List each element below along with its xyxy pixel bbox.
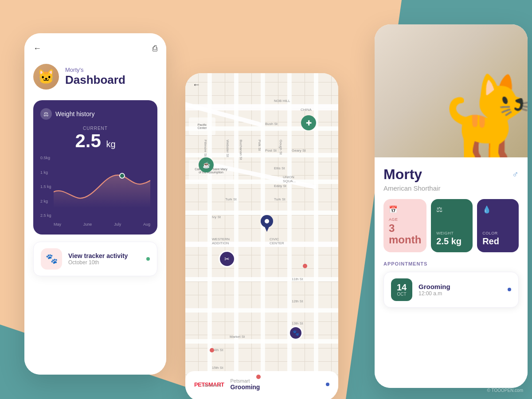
chart-svg: [54, 156, 150, 208]
marker-main-location[interactable]: [261, 215, 273, 234]
chart-y-labels: 2.5 kg 2 kg 1.5 kg 1 kg 0.5kg: [40, 156, 53, 218]
map-container: NOB HILL CHINA Bush St Post St UNIONSQUA…: [185, 73, 338, 399]
red-dot-3: [256, 375, 261, 379]
street-market: Market St: [230, 335, 245, 339]
street-china: CHINA: [301, 108, 312, 112]
street-turk2: Turk St: [225, 197, 236, 201]
store-info: Petsmart Grooming: [231, 378, 260, 391]
street-gough: Gough St: [279, 140, 283, 155]
street-webster: Webster St: [226, 140, 230, 157]
appointment-card[interactable]: 14 OCT Grooming 12:00 a.m: [383, 272, 519, 308]
store-section-title: Petsmart: [231, 378, 260, 383]
stat-age-card: 📅 AGE 3 month: [383, 199, 426, 252]
weight-icon: ⚖: [436, 205, 467, 214]
street-bush: Bush St: [265, 122, 278, 126]
cat-overlay: 🐈: [439, 42, 528, 157]
store-active-dot: [326, 383, 329, 386]
marker-pet-store[interactable]: 🐾: [289, 326, 303, 340]
chart-x-labels: May June July Aug: [54, 222, 150, 227]
store-name: Grooming: [231, 383, 260, 391]
street-turk: Turk St: [274, 197, 285, 201]
svg-point-2: [265, 219, 269, 223]
red-dot-2: [210, 348, 214, 352]
gender-icon: ♂: [512, 169, 519, 180]
svg-marker-3: [264, 226, 270, 232]
street-post: Post St: [265, 149, 277, 153]
appointments-section: APPOINTMENTS 14 OCT Grooming 12:00 a.m: [375, 261, 528, 308]
color-label: COLOR: [482, 231, 513, 235]
weight-card-header: ⚖ Weight history: [40, 108, 150, 120]
color-icon: 💧: [482, 205, 513, 214]
profile-title: Dashboard: [65, 73, 125, 87]
street-15th: 15th St: [212, 366, 223, 370]
pet-profile-info: Morty ♂ American Shorthair: [375, 157, 528, 199]
appointment-title: Grooming: [419, 283, 450, 290]
pet-name-row: Morty ♂: [383, 166, 519, 183]
age-icon: 📅: [389, 205, 421, 214]
weight-label: WEIGHT: [436, 231, 467, 235]
weight-history-card: ⚖ Weight history CURRENT 2.5 kg 2.5 kg 2…: [33, 100, 157, 235]
road-v4: [287, 73, 292, 399]
appointment-time: 12:00 a.m: [419, 290, 450, 297]
color-info: COLOR Red: [482, 231, 513, 246]
street-13th: 13th St: [292, 321, 303, 325]
stat-weight-card: ⚖ WEIGHT 2.5 kg: [431, 199, 473, 252]
marker-cafe[interactable]: ☕: [199, 157, 214, 172]
age-info: AGE 3 month: [389, 217, 421, 246]
tracker-date: October 10th: [68, 259, 128, 266]
street-sanchez: Sanchez St: [203, 383, 221, 387]
profile-section: 🐱 Morty's Dashboard: [33, 64, 157, 90]
marker-hospital[interactable]: ✚: [301, 115, 316, 130]
map-topbar: ←: [192, 80, 200, 90]
tracker-card[interactable]: 🐾 View tracker activity October 10th: [33, 242, 157, 276]
pet-name: Morty: [383, 166, 422, 183]
avatar-cat-icon: 🐱: [37, 68, 55, 85]
street-civic: CIVICCENTER: [270, 237, 284, 245]
watermark: © TOOOPEN.com: [487, 388, 523, 393]
share-icon[interactable]: ⎙: [153, 44, 157, 53]
profile-subtitle: Morty's: [65, 66, 125, 73]
red-dot-1: [303, 264, 307, 268]
street-buchanan: Buchanan St: [239, 140, 243, 160]
age-label: AGE: [389, 217, 421, 222]
pet-breed: American Shorthair: [383, 184, 519, 192]
street-western: WESTERNADDITION: [212, 237, 230, 245]
phone-map: NOB HILL CHINA Bush St Post St UNIONSQUA…: [185, 73, 338, 399]
current-value: 2.5 kg: [40, 131, 150, 151]
weight-value: 2.5 kg: [436, 236, 467, 246]
weight-chart: 2.5 kg 2 kg 1.5 kg 1 kg 0.5kg: [40, 156, 150, 227]
street-ellis: Ellis St: [274, 166, 285, 170]
tracker-active-dot: [146, 257, 150, 261]
weight-history-title: Weight history: [55, 110, 94, 117]
weight-unit: kg: [106, 139, 115, 149]
phone1-topbar: ← ⎙: [33, 44, 157, 53]
road-v2: [234, 73, 239, 399]
street-fillmore: Fillmore St: [203, 140, 207, 156]
street-12th: 12th St: [292, 299, 303, 303]
street-polk: Polk St: [258, 140, 262, 151]
phone-dashboard: ← ⎙ 🐱 Morty's Dashboard ⚖ Weight history…: [24, 33, 166, 375]
appointment-date: 14 OCT: [391, 278, 412, 301]
stat-color-card: 💧 COLOR Red: [477, 199, 519, 252]
age-value: 3 month: [389, 223, 421, 246]
street-eddy: Eddy St: [274, 184, 286, 188]
map-back-button[interactable]: ←: [192, 80, 200, 89]
pacific-center-block: PacificCenter: [189, 117, 215, 135]
tracker-text: View tracker activity October 10th: [68, 252, 128, 266]
street-geary: Geary St: [292, 149, 306, 153]
street-union-sq: UNIONSQUA...: [283, 175, 296, 183]
tracker-title: View tracker activity: [68, 252, 128, 259]
marker-grooming[interactable]: ✂: [219, 250, 235, 267]
back-button[interactable]: ←: [33, 44, 41, 53]
weight-info: WEIGHT 2.5 kg: [436, 231, 467, 246]
scale-icon: ⚖: [40, 108, 52, 120]
appointment-info: Grooming 12:00 a.m: [419, 283, 450, 297]
color-value: Red: [482, 236, 513, 246]
street-ivy: Ivy St: [212, 215, 221, 219]
appointment-dot: [508, 288, 511, 291]
appt-month: OCT: [396, 292, 407, 297]
current-weight: CURRENT 2.5 kg: [40, 126, 150, 151]
appt-day: 14: [396, 283, 407, 292]
street-nob-hill: NOB HILL: [274, 99, 290, 103]
street-11th: 11th St: [292, 277, 303, 281]
